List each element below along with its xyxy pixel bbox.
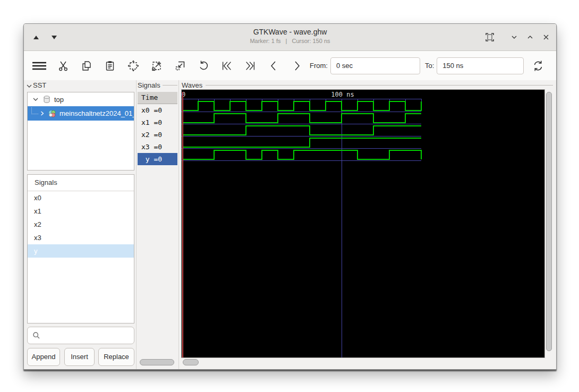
- sst-header: SST: [33, 81, 46, 89]
- tree-item-meinschaltnetz[interactable]: meinschaltnetz2024_01_: [28, 106, 134, 121]
- append-button[interactable]: Append: [27, 348, 60, 366]
- sst-expander-icon[interactable]: [26, 83, 32, 89]
- value-row-y[interactable]: y =0: [138, 153, 177, 165]
- svg-text:0: 0: [182, 91, 185, 98]
- marker-status: Marker: 1 fs: [250, 38, 280, 44]
- close-button[interactable]: [540, 31, 552, 43]
- waves-panel-label: Waves: [182, 81, 202, 89]
- tree-item-top[interactable]: top: [28, 92, 134, 106]
- reload-icon: [532, 59, 544, 72]
- from-input[interactable]: [330, 57, 420, 74]
- insert-button[interactable]: Insert: [64, 348, 95, 366]
- undo-button[interactable]: [197, 59, 210, 72]
- zoom-out-icon: [174, 59, 186, 72]
- close-icon: [542, 33, 550, 41]
- signal-search-input[interactable]: [27, 327, 134, 344]
- reload-button[interactable]: [532, 59, 544, 72]
- to-input[interactable]: [437, 57, 524, 74]
- value-row-x3[interactable]: x3 =0: [138, 141, 177, 153]
- facility-list: Signals x0 x1 x2 x3 y: [27, 174, 134, 323]
- svg-text:100 ns: 100 ns: [331, 91, 354, 98]
- paste-button[interactable]: [104, 59, 116, 72]
- go-to-start-button[interactable]: [220, 59, 233, 72]
- middle-waves-divider[interactable]: [178, 80, 179, 369]
- component-icon: [48, 109, 57, 118]
- tree-item-label: top: [54, 96, 64, 104]
- cut-button[interactable]: [57, 59, 70, 72]
- expander-down-icon[interactable]: [32, 96, 39, 103]
- list-item-x1[interactable]: x1: [28, 204, 134, 218]
- chevron-right-icon: [291, 59, 303, 72]
- zoom-fit-icon: [127, 59, 140, 72]
- facility-list-header: Signals: [28, 175, 134, 191]
- hamburger-menu-icon: [30, 59, 48, 72]
- minimize-button[interactable]: [508, 31, 520, 43]
- skip-to-start-icon: [220, 59, 233, 72]
- chevron-left-icon: [267, 59, 280, 72]
- signals-hscrollbar[interactable]: [140, 359, 174, 365]
- replace-button[interactable]: Replace: [98, 348, 134, 366]
- waves-frame-line: [206, 85, 553, 86]
- value-row-x1[interactable]: x1 =0: [138, 116, 177, 129]
- titlebar: GTKWave - wave.ghw Marker: 1 fs | Cursor…: [24, 24, 556, 51]
- waves-hscrollbar[interactable]: [183, 359, 199, 365]
- signals-panel-label: Signals: [138, 81, 160, 89]
- list-item-x0[interactable]: x0: [28, 191, 134, 204]
- gtkwave-window: GTKWave - wave.ghw Marker: 1 fs | Cursor…: [23, 23, 557, 370]
- to-label: To:: [425, 62, 434, 70]
- module-cylinder-icon: [42, 95, 51, 104]
- fullscreen-button[interactable]: [484, 31, 496, 43]
- copy-icon: [80, 59, 93, 72]
- content-area: SST top meinschaltnetz2: [24, 80, 556, 369]
- signals-frame-line: [163, 85, 177, 86]
- left-middle-divider: [136, 80, 137, 369]
- window-subtitle: Marker: 1 fs | Cursor: 150 ns: [24, 38, 556, 44]
- cursor-status: Cursor: 150 ns: [292, 38, 330, 44]
- zoom-in-icon: [150, 59, 163, 72]
- tree-connector: [31, 107, 38, 114]
- window-title: GTKWave - wave.ghw: [24, 28, 556, 36]
- list-item-y[interactable]: y: [28, 244, 134, 258]
- clipboard-paste-icon: [104, 59, 116, 72]
- list-item-x2[interactable]: x2: [28, 218, 134, 231]
- scissors-icon: [57, 59, 70, 72]
- undo-icon: [197, 59, 210, 72]
- tree-item-label: meinschaltnetz2024_01_: [59, 109, 134, 117]
- zoom-fit-button[interactable]: [127, 59, 140, 72]
- subtitle-divider: |: [286, 38, 287, 44]
- search-icon: [32, 331, 40, 339]
- chevron-up-icon: [526, 33, 534, 41]
- waves-vscrollbar[interactable]: [546, 92, 552, 351]
- value-row-x2[interactable]: x2 =0: [138, 129, 177, 141]
- zoom-out-button[interactable]: [174, 59, 186, 72]
- time-column-header[interactable]: Time: [138, 92, 177, 104]
- wave-canvas[interactable]: 0100 ns: [181, 89, 545, 358]
- skip-to-end-icon: [244, 59, 257, 72]
- zoom-in-button[interactable]: [150, 59, 163, 72]
- go-to-end-button[interactable]: [244, 59, 257, 72]
- menu-button[interactable]: [30, 59, 48, 72]
- value-row-x0[interactable]: x0 =0: [138, 104, 177, 116]
- chevron-down-icon: [510, 33, 518, 41]
- list-item-x3[interactable]: x3: [28, 231, 134, 244]
- wave-svg: 0100 ns: [182, 90, 544, 357]
- fullscreen-icon: [485, 32, 495, 42]
- maximize-button[interactable]: [524, 31, 536, 43]
- copy-button[interactable]: [80, 59, 93, 72]
- prev-edge-button[interactable]: [267, 59, 280, 72]
- from-label: From:: [310, 62, 328, 70]
- next-edge-button[interactable]: [291, 59, 303, 72]
- toolbar: From: To:: [24, 51, 556, 80]
- sst-tree: top meinschaltnetz2024_01_: [27, 92, 134, 171]
- expander-right-icon[interactable]: [39, 110, 45, 116]
